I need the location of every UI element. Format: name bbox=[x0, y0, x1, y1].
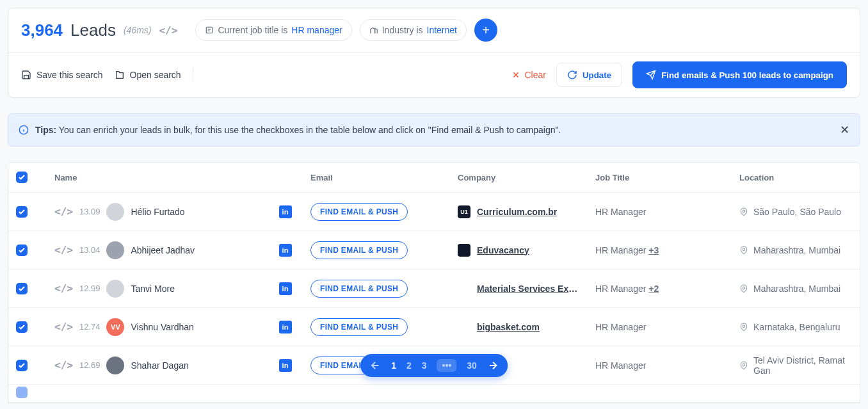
tips-text: Tips: You can enrich your leads in bulk,… bbox=[35, 125, 561, 135]
info-icon bbox=[19, 125, 29, 135]
tips-bar: Tips: You can enrich your leads in bulk,… bbox=[8, 113, 860, 147]
lead-count: 3,964 bbox=[21, 20, 63, 40]
location: São Paulo, São Paulo bbox=[753, 207, 841, 217]
send-icon bbox=[646, 70, 656, 80]
tips-close-button[interactable]: ✕ bbox=[840, 123, 849, 137]
header-card: 3,964 Leads (46ms) </> Current job title… bbox=[8, 8, 860, 98]
avatar bbox=[106, 357, 124, 374]
col-email: Email bbox=[303, 173, 450, 182]
filter-prefix: Industry is bbox=[382, 25, 423, 35]
code-icon[interactable]: </> bbox=[54, 282, 73, 294]
company-name[interactable]: Curriculum.com.br bbox=[477, 207, 557, 217]
push-campaign-button[interactable]: Find emails & Push 100 leads to campaign bbox=[632, 61, 847, 88]
find-email-button[interactable]: FIND EMAIL & PUSH bbox=[310, 318, 408, 336]
refresh-icon bbox=[567, 70, 577, 80]
lead-count-label: Leads bbox=[70, 20, 116, 40]
avatar: VV bbox=[106, 318, 124, 336]
open-icon bbox=[115, 70, 125, 80]
company-logo: U1 bbox=[458, 205, 470, 218]
linkedin-icon[interactable]: in bbox=[279, 321, 292, 333]
company-logo bbox=[458, 321, 470, 333]
save-search-button[interactable]: Save this search bbox=[21, 70, 103, 80]
job-title: HR Manager bbox=[588, 207, 732, 217]
latency: (46ms) bbox=[124, 25, 152, 35]
save-icon bbox=[21, 70, 31, 80]
table-row: </> 13.04 Abhijeet Jadhav in FIND EMAIL … bbox=[8, 231, 860, 269]
person-name[interactable]: Shahar Dagan bbox=[131, 360, 188, 371]
job-title: HR Manager +3 bbox=[588, 245, 732, 255]
page-ellipsis[interactable]: ••• bbox=[437, 359, 457, 372]
score: 12.99 bbox=[79, 284, 100, 293]
avatar bbox=[106, 241, 124, 259]
code-icon[interactable]: </> bbox=[159, 24, 177, 36]
table-row: </> 12.99 Tanvi More in FIND EMAIL & PUS… bbox=[8, 269, 860, 308]
header-row-actions: Save this search Open search Clear Updat… bbox=[8, 52, 860, 97]
table-header: Name Email Company Job Title Location bbox=[8, 163, 860, 193]
table-row: </> 13.09 Hélio Furtado in FIND EMAIL & … bbox=[8, 193, 860, 231]
page-1[interactable]: 1 bbox=[391, 360, 396, 371]
prev-page-button[interactable] bbox=[369, 360, 381, 371]
company-logo bbox=[458, 282, 470, 295]
linkedin-icon[interactable]: in bbox=[279, 282, 292, 295]
filter-industry[interactable]: Industry is Internet bbox=[360, 19, 467, 41]
company-logo bbox=[458, 244, 470, 257]
company-name[interactable]: bigbasket.com bbox=[477, 322, 540, 332]
linkedin-icon[interactable]: in bbox=[279, 359, 292, 372]
svg-rect-0 bbox=[207, 27, 213, 33]
find-email-button[interactable]: FIND EMAIL & PUSH bbox=[310, 280, 408, 298]
row-checkbox[interactable] bbox=[16, 360, 28, 371]
page-last[interactable]: 30 bbox=[467, 360, 477, 371]
pin-icon bbox=[739, 323, 748, 332]
person-name[interactable]: Hélio Furtado bbox=[131, 207, 184, 217]
company-name[interactable]: Eduvacancy bbox=[477, 245, 529, 255]
person-name[interactable]: Tanvi More bbox=[131, 284, 174, 294]
score: 13.09 bbox=[79, 207, 100, 216]
open-search-button[interactable]: Open search bbox=[115, 70, 181, 80]
clear-button[interactable]: Clear bbox=[511, 70, 545, 80]
linkedin-icon[interactable]: in bbox=[279, 205, 292, 218]
badge-icon bbox=[205, 26, 214, 35]
row-checkbox[interactable] bbox=[16, 206, 28, 218]
extra-count[interactable]: +2 bbox=[648, 284, 659, 294]
row-checkbox[interactable] bbox=[16, 283, 28, 294]
row-checkbox[interactable] bbox=[16, 387, 28, 398]
industry-icon bbox=[369, 26, 378, 35]
table-row: </> 12.74 VV Vishnu Vardhan in FIND EMAI… bbox=[8, 308, 860, 346]
pin-icon bbox=[739, 361, 748, 370]
next-page-button[interactable] bbox=[487, 360, 499, 371]
svg-point-6 bbox=[743, 364, 745, 366]
col-location: Location bbox=[732, 173, 860, 182]
pagination: 1 2 3 ••• 30 bbox=[360, 354, 508, 377]
code-icon[interactable]: </> bbox=[54, 244, 73, 256]
linkedin-icon[interactable]: in bbox=[279, 244, 292, 257]
company-name[interactable]: Materials Services Exch… bbox=[477, 284, 580, 294]
score: 12.69 bbox=[79, 360, 100, 370]
find-email-button[interactable]: FIND EMAIL & PUSH bbox=[310, 241, 408, 259]
find-email-button[interactable]: FIND EMAIL & PUSH bbox=[310, 203, 408, 221]
update-button[interactable]: Update bbox=[556, 63, 622, 87]
row-checkbox[interactable] bbox=[16, 245, 28, 256]
page-2[interactable]: 2 bbox=[406, 360, 412, 371]
job-title: HR Manager bbox=[588, 322, 732, 332]
page-3[interactable]: 3 bbox=[422, 360, 427, 371]
col-name: Name bbox=[47, 173, 268, 182]
code-icon[interactable]: </> bbox=[54, 205, 73, 218]
person-name[interactable]: Vishnu Vardhan bbox=[131, 322, 193, 332]
select-all-checkbox[interactable] bbox=[16, 172, 28, 183]
pin-icon bbox=[739, 246, 748, 255]
filter-job-title[interactable]: Current job title is HR manager bbox=[195, 19, 351, 41]
avatar bbox=[106, 280, 124, 298]
person-name[interactable]: Abhijeet Jadhav bbox=[131, 245, 195, 255]
location: Karnataka, Bengaluru bbox=[753, 322, 840, 332]
score: 12.74 bbox=[79, 322, 100, 332]
filter-prefix: Current job title is bbox=[218, 25, 287, 35]
row-checkbox[interactable] bbox=[16, 321, 28, 333]
add-filter-button[interactable]: + bbox=[474, 19, 497, 42]
code-icon[interactable]: </> bbox=[54, 321, 73, 333]
table-row bbox=[8, 385, 860, 403]
col-job: Job Title bbox=[588, 173, 732, 182]
location: Maharashtra, Mumbai bbox=[753, 245, 840, 255]
code-icon[interactable]: </> bbox=[54, 359, 73, 371]
svg-point-4 bbox=[743, 287, 745, 289]
extra-count[interactable]: +3 bbox=[648, 245, 659, 255]
